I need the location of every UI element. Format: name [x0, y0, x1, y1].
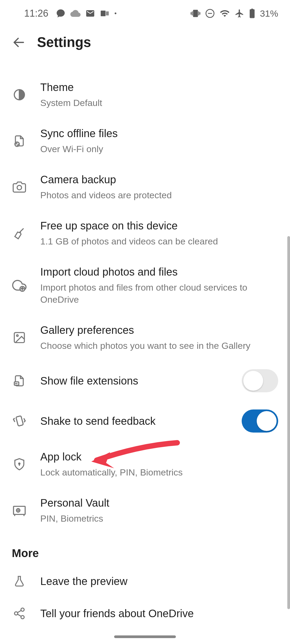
setting-import-cloud[interactable]: Import cloud photos and files Import pho… — [0, 256, 290, 315]
wifi-icon — [220, 8, 230, 19]
setting-subtitle: Photos and videos are protected — [40, 189, 278, 202]
svg-rect-14 — [16, 416, 23, 426]
shake-phone-icon — [12, 414, 27, 429]
page-title: Settings — [37, 34, 91, 50]
settings-list[interactable]: Theme System Default Sync offline files … — [0, 61, 290, 630]
setting-title: Personal Vault — [40, 496, 278, 510]
setting-title: Import cloud photos and files — [40, 265, 278, 279]
setting-sync-offline[interactable]: Sync offline files Over Wi-Fi only — [0, 118, 290, 164]
shield-lock-icon — [12, 457, 27, 472]
toggle-shake-feedback[interactable] — [242, 409, 278, 433]
back-arrow-icon[interactable] — [12, 35, 26, 49]
svg-rect-0 — [101, 11, 106, 16]
setting-gallery-preferences[interactable]: Gallery preferences Choose which photos … — [0, 314, 290, 361]
setting-subtitle: System Default — [40, 97, 278, 109]
svg-point-12 — [17, 335, 18, 336]
status-left: 11:26 • — [24, 8, 117, 19]
app-header: Settings — [0, 27, 290, 61]
svg-point-9 — [17, 185, 22, 190]
beaker-icon — [12, 574, 27, 589]
theme-icon — [12, 87, 27, 102]
cloud-icon — [70, 8, 81, 19]
setting-subtitle: Import photos and files from other cloud… — [40, 281, 278, 306]
camera-icon — [12, 180, 27, 195]
cloud-upload-icon — [12, 278, 27, 293]
setting-theme[interactable]: Theme System Default — [0, 72, 290, 118]
section-header-more: More — [0, 533, 290, 565]
svg-point-19 — [15, 612, 18, 615]
share-icon — [12, 606, 27, 621]
dot-icon: • — [114, 10, 117, 17]
setting-shake-feedback[interactable]: Shake to send feedback — [0, 401, 290, 441]
svg-rect-4 — [251, 15, 253, 17]
svg-point-18 — [21, 608, 24, 611]
gmail-icon — [85, 9, 95, 18]
setting-title: Tell your friends about OneDrive — [40, 606, 278, 620]
setting-title: Sync offline files — [40, 126, 278, 140]
airplane-icon — [235, 9, 244, 18]
setting-subtitle: Lock automatically, PIN, Biometrics — [40, 466, 278, 479]
setting-title: Theme — [40, 80, 278, 94]
battery-percentage: 31% — [260, 8, 278, 19]
setting-camera-backup[interactable]: Camera backup Photos and videos are prot… — [0, 164, 290, 210]
setting-title: Gallery preferences — [40, 323, 278, 337]
setting-title: Camera backup — [40, 173, 278, 186]
chat-bubble-icon — [56, 9, 66, 18]
setting-leave-preview[interactable]: Leave the preview — [0, 565, 290, 597]
svg-rect-5 — [251, 9, 253, 10]
status-right: 31% — [191, 8, 278, 19]
setting-personal-vault[interactable]: Personal Vault PIN, Biometrics — [0, 487, 290, 533]
status-time: 11:26 — [24, 8, 48, 19]
setting-subtitle: Choose which photos you want to see in t… — [40, 340, 278, 352]
file-info-icon — [12, 373, 27, 388]
setting-title: Free up space on this device — [40, 219, 278, 233]
setting-title: Shake to send feedback — [40, 414, 236, 428]
setting-title: Show file extensions — [40, 374, 236, 388]
broom-icon — [12, 226, 27, 241]
image-icon — [12, 330, 27, 345]
vibrate-icon — [191, 9, 200, 18]
setting-show-extensions[interactable]: Show file extensions — [0, 361, 290, 401]
setting-free-up-space[interactable]: Free up space on this device 1.1 GB of p… — [0, 210, 290, 256]
setting-subtitle: PIN, Biometrics — [40, 513, 278, 525]
vault-icon — [12, 503, 27, 518]
svg-line-22 — [17, 614, 21, 616]
setting-title: App lock — [40, 450, 278, 464]
setting-title: Leave the preview — [40, 574, 278, 588]
scrollbar[interactable] — [287, 236, 290, 609]
toggle-show-extensions[interactable] — [242, 369, 278, 392]
sync-file-icon — [12, 133, 27, 148]
battery-icon — [249, 8, 255, 19]
svg-line-21 — [17, 610, 21, 613]
setting-subtitle: 1.1 GB of photos and videos can be clear… — [40, 235, 278, 248]
dnd-icon — [205, 9, 215, 18]
status-bar: 11:26 • 31% — [0, 0, 290, 27]
setting-subtitle: Over Wi-Fi only — [40, 143, 278, 155]
outlook-icon — [100, 9, 110, 18]
setting-app-lock[interactable]: App lock Lock automatically, PIN, Biomet… — [0, 441, 290, 487]
home-indicator[interactable] — [114, 635, 176, 638]
svg-point-20 — [21, 616, 24, 619]
setting-tell-friends[interactable]: Tell your friends about OneDrive — [0, 597, 290, 630]
